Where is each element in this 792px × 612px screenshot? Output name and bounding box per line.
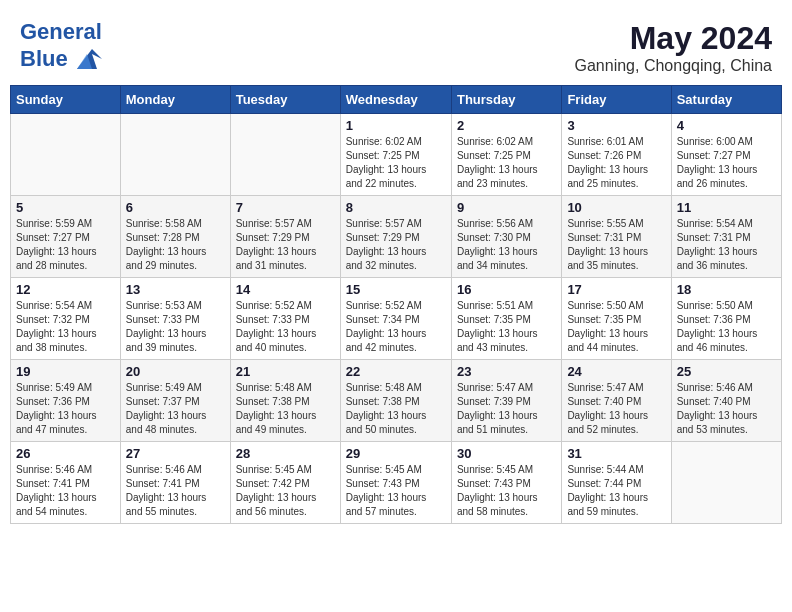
day-number-1: 1	[346, 118, 446, 133]
day-info-20: Sunrise: 5:49 AMSunset: 7:37 PMDaylight:…	[126, 381, 225, 437]
day-info-18: Sunrise: 5:50 AMSunset: 7:36 PMDaylight:…	[677, 299, 776, 355]
day-cell-7: 7Sunrise: 5:57 AMSunset: 7:29 PMDaylight…	[230, 196, 340, 278]
day-info-5: Sunrise: 5:59 AMSunset: 7:27 PMDaylight:…	[16, 217, 115, 273]
day-number-12: 12	[16, 282, 115, 297]
weekday-monday: Monday	[120, 86, 230, 114]
day-info-10: Sunrise: 5:55 AMSunset: 7:31 PMDaylight:…	[567, 217, 665, 273]
day-cell-4: 4Sunrise: 6:00 AMSunset: 7:27 PMDaylight…	[671, 114, 781, 196]
day-number-7: 7	[236, 200, 335, 215]
day-cell-11: 11Sunrise: 5:54 AMSunset: 7:31 PMDayligh…	[671, 196, 781, 278]
day-cell-2: 2Sunrise: 6:02 AMSunset: 7:25 PMDaylight…	[451, 114, 561, 196]
day-number-30: 30	[457, 446, 556, 461]
day-info-8: Sunrise: 5:57 AMSunset: 7:29 PMDaylight:…	[346, 217, 446, 273]
day-number-16: 16	[457, 282, 556, 297]
day-info-2: Sunrise: 6:02 AMSunset: 7:25 PMDaylight:…	[457, 135, 556, 191]
day-number-15: 15	[346, 282, 446, 297]
day-number-25: 25	[677, 364, 776, 379]
day-number-26: 26	[16, 446, 115, 461]
weekday-header-row: SundayMondayTuesdayWednesdayThursdayFrid…	[11, 86, 782, 114]
day-cell-20: 20Sunrise: 5:49 AMSunset: 7:37 PMDayligh…	[120, 360, 230, 442]
logo-general: General	[20, 19, 102, 44]
day-cell-25: 25Sunrise: 5:46 AMSunset: 7:40 PMDayligh…	[671, 360, 781, 442]
day-number-3: 3	[567, 118, 665, 133]
title-area: May 2024 Ganning, Chongqing, China	[575, 20, 772, 75]
day-cell-14: 14Sunrise: 5:52 AMSunset: 7:33 PMDayligh…	[230, 278, 340, 360]
day-cell-29: 29Sunrise: 5:45 AMSunset: 7:43 PMDayligh…	[340, 442, 451, 524]
logo-blue: Blue	[20, 47, 68, 71]
day-number-31: 31	[567, 446, 665, 461]
day-cell-10: 10Sunrise: 5:55 AMSunset: 7:31 PMDayligh…	[562, 196, 671, 278]
day-number-9: 9	[457, 200, 556, 215]
day-cell-12: 12Sunrise: 5:54 AMSunset: 7:32 PMDayligh…	[11, 278, 121, 360]
weekday-wednesday: Wednesday	[340, 86, 451, 114]
day-info-21: Sunrise: 5:48 AMSunset: 7:38 PMDaylight:…	[236, 381, 335, 437]
day-info-30: Sunrise: 5:45 AMSunset: 7:43 PMDaylight:…	[457, 463, 556, 519]
day-cell-1: 1Sunrise: 6:02 AMSunset: 7:25 PMDaylight…	[340, 114, 451, 196]
week-row-3: 12Sunrise: 5:54 AMSunset: 7:32 PMDayligh…	[11, 278, 782, 360]
day-cell-16: 16Sunrise: 5:51 AMSunset: 7:35 PMDayligh…	[451, 278, 561, 360]
week-row-1: 1Sunrise: 6:02 AMSunset: 7:25 PMDaylight…	[11, 114, 782, 196]
day-info-9: Sunrise: 5:56 AMSunset: 7:30 PMDaylight:…	[457, 217, 556, 273]
day-number-17: 17	[567, 282, 665, 297]
day-cell-17: 17Sunrise: 5:50 AMSunset: 7:35 PMDayligh…	[562, 278, 671, 360]
day-number-14: 14	[236, 282, 335, 297]
day-cell-30: 30Sunrise: 5:45 AMSunset: 7:43 PMDayligh…	[451, 442, 561, 524]
day-number-20: 20	[126, 364, 225, 379]
logo-icon	[72, 44, 102, 74]
day-cell-5: 5Sunrise: 5:59 AMSunset: 7:27 PMDaylight…	[11, 196, 121, 278]
logo: General Blue	[20, 20, 102, 74]
day-number-10: 10	[567, 200, 665, 215]
day-info-3: Sunrise: 6:01 AMSunset: 7:26 PMDaylight:…	[567, 135, 665, 191]
day-info-25: Sunrise: 5:46 AMSunset: 7:40 PMDaylight:…	[677, 381, 776, 437]
day-info-27: Sunrise: 5:46 AMSunset: 7:41 PMDaylight:…	[126, 463, 225, 519]
day-info-29: Sunrise: 5:45 AMSunset: 7:43 PMDaylight:…	[346, 463, 446, 519]
day-number-2: 2	[457, 118, 556, 133]
day-cell-18: 18Sunrise: 5:50 AMSunset: 7:36 PMDayligh…	[671, 278, 781, 360]
day-cell-28: 28Sunrise: 5:45 AMSunset: 7:42 PMDayligh…	[230, 442, 340, 524]
day-cell-31: 31Sunrise: 5:44 AMSunset: 7:44 PMDayligh…	[562, 442, 671, 524]
day-number-13: 13	[126, 282, 225, 297]
day-info-6: Sunrise: 5:58 AMSunset: 7:28 PMDaylight:…	[126, 217, 225, 273]
day-info-4: Sunrise: 6:00 AMSunset: 7:27 PMDaylight:…	[677, 135, 776, 191]
day-info-26: Sunrise: 5:46 AMSunset: 7:41 PMDaylight:…	[16, 463, 115, 519]
empty-cell	[230, 114, 340, 196]
empty-cell	[671, 442, 781, 524]
day-number-23: 23	[457, 364, 556, 379]
day-cell-23: 23Sunrise: 5:47 AMSunset: 7:39 PMDayligh…	[451, 360, 561, 442]
day-number-18: 18	[677, 282, 776, 297]
day-info-15: Sunrise: 5:52 AMSunset: 7:34 PMDaylight:…	[346, 299, 446, 355]
week-row-4: 19Sunrise: 5:49 AMSunset: 7:36 PMDayligh…	[11, 360, 782, 442]
empty-cell	[120, 114, 230, 196]
day-number-27: 27	[126, 446, 225, 461]
day-info-31: Sunrise: 5:44 AMSunset: 7:44 PMDaylight:…	[567, 463, 665, 519]
day-cell-22: 22Sunrise: 5:48 AMSunset: 7:38 PMDayligh…	[340, 360, 451, 442]
calendar-table: SundayMondayTuesdayWednesdayThursdayFrid…	[10, 85, 782, 524]
day-cell-15: 15Sunrise: 5:52 AMSunset: 7:34 PMDayligh…	[340, 278, 451, 360]
empty-cell	[11, 114, 121, 196]
day-cell-19: 19Sunrise: 5:49 AMSunset: 7:36 PMDayligh…	[11, 360, 121, 442]
day-info-13: Sunrise: 5:53 AMSunset: 7:33 PMDaylight:…	[126, 299, 225, 355]
day-info-16: Sunrise: 5:51 AMSunset: 7:35 PMDaylight:…	[457, 299, 556, 355]
day-info-22: Sunrise: 5:48 AMSunset: 7:38 PMDaylight:…	[346, 381, 446, 437]
day-cell-9: 9Sunrise: 5:56 AMSunset: 7:30 PMDaylight…	[451, 196, 561, 278]
page-header: General Blue May 2024 Ganning, Chongqing…	[10, 10, 782, 80]
day-number-22: 22	[346, 364, 446, 379]
day-cell-27: 27Sunrise: 5:46 AMSunset: 7:41 PMDayligh…	[120, 442, 230, 524]
day-info-12: Sunrise: 5:54 AMSunset: 7:32 PMDaylight:…	[16, 299, 115, 355]
day-info-28: Sunrise: 5:45 AMSunset: 7:42 PMDaylight:…	[236, 463, 335, 519]
day-number-21: 21	[236, 364, 335, 379]
weekday-tuesday: Tuesday	[230, 86, 340, 114]
weekday-sunday: Sunday	[11, 86, 121, 114]
day-info-19: Sunrise: 5:49 AMSunset: 7:36 PMDaylight:…	[16, 381, 115, 437]
month-title: May 2024	[575, 20, 772, 57]
day-number-6: 6	[126, 200, 225, 215]
day-cell-13: 13Sunrise: 5:53 AMSunset: 7:33 PMDayligh…	[120, 278, 230, 360]
day-cell-26: 26Sunrise: 5:46 AMSunset: 7:41 PMDayligh…	[11, 442, 121, 524]
day-number-28: 28	[236, 446, 335, 461]
day-number-11: 11	[677, 200, 776, 215]
day-number-4: 4	[677, 118, 776, 133]
day-info-14: Sunrise: 5:52 AMSunset: 7:33 PMDaylight:…	[236, 299, 335, 355]
day-number-19: 19	[16, 364, 115, 379]
day-cell-8: 8Sunrise: 5:57 AMSunset: 7:29 PMDaylight…	[340, 196, 451, 278]
day-cell-24: 24Sunrise: 5:47 AMSunset: 7:40 PMDayligh…	[562, 360, 671, 442]
